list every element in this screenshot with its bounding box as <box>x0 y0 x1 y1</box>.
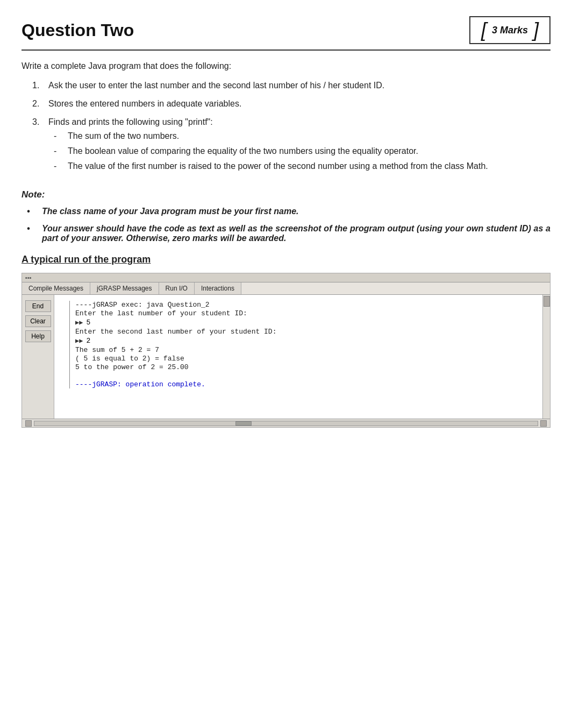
scroll-left-btn[interactable] <box>25 420 32 427</box>
tab-interactions[interactable]: Interactions <box>195 282 241 294</box>
item2-text: Stores the entered numbers in adequate v… <box>48 99 241 109</box>
ide-content: End Clear Help ----jGRASP exec: java Que… <box>22 295 550 419</box>
dash-3: - <box>54 161 65 171</box>
ide-tab-bar[interactable]: Compile Messages jGRASP Messages Run I/O… <box>22 282 550 295</box>
scroll-right-btn[interactable] <box>540 420 547 427</box>
main-list: 1. Ask the user to enter the last number… <box>22 81 550 176</box>
page-header: Question Two 3 Marks <box>22 16 550 51</box>
item2-num: 2. <box>32 99 48 109</box>
sub-list: - The sum of the two numbers. - The bool… <box>48 131 488 171</box>
sub-item3-text: The value of the first number is raised … <box>68 161 488 171</box>
note-list: • The class name of your Java program mu… <box>22 207 550 243</box>
list-item-2: 2. Stores the entered numbers in adequat… <box>32 99 550 109</box>
prompt-row-2: ▶▶ 2 <box>75 337 535 345</box>
help-button[interactable]: Help <box>25 330 51 342</box>
ide-hscroll[interactable] <box>34 421 538 426</box>
marks-label: 3 Marks <box>492 25 528 36</box>
sub-item-1: - The sum of the two numbers. <box>54 131 488 141</box>
note-item-2: • Your answer should have the code as te… <box>27 224 550 243</box>
prompt-arrow-2: ▶▶ <box>75 337 83 345</box>
sub-item-2: - The boolean value of comparing the equ… <box>54 146 488 156</box>
note-label: Note: <box>22 189 550 200</box>
ide-sidebar: End Clear Help <box>22 295 54 419</box>
tab-jgrasp-messages[interactable]: jGRASP Messages <box>90 282 159 294</box>
prompt-input-1: 5 <box>86 319 90 327</box>
list-item-1: 1. Ask the user to enter the last number… <box>32 81 550 90</box>
item1-text: Ask the user to enter the last number an… <box>48 81 384 90</box>
prompt-input-2: 2 <box>86 337 90 345</box>
output-line-4: The sum of 5 + 2 = 7 <box>75 346 535 354</box>
item3-content: Finds and prints the following using "pr… <box>48 117 488 176</box>
tab-compile-messages[interactable]: Compile Messages <box>22 282 90 294</box>
note-item2-text: Your answer should have the code as text… <box>42 224 550 243</box>
dash-1: - <box>54 131 65 141</box>
intro-text: Write a complete Java program that does … <box>22 61 550 71</box>
output-line-6: 5 to the power of 2 = 25.00 <box>75 363 535 371</box>
marks-badge: 3 Marks <box>469 16 550 44</box>
output-line-blank <box>75 372 535 380</box>
ide-titlebar-text: ▪▪▪ <box>25 274 32 281</box>
ide-titlebar: ▪▪▪ <box>22 273 550 282</box>
scrollbar-thumb[interactable] <box>544 296 550 307</box>
output-line-3: Enter the second last number of your stu… <box>75 328 535 336</box>
item3-num: 3. <box>32 117 48 176</box>
list-item-3: 3. Finds and prints the following using … <box>32 117 550 176</box>
tab-run-io[interactable]: Run I/O <box>159 282 195 294</box>
note-section: Note: • The class name of your Java prog… <box>22 189 550 243</box>
prompt-row-1: ▶▶ 5 <box>75 319 535 327</box>
dash-2: - <box>54 146 65 156</box>
ide-bottom-bar <box>22 419 550 427</box>
note-item1-text: The class name of your Java program must… <box>42 207 298 216</box>
note-item-1: • The class name of your Java program mu… <box>27 207 550 216</box>
hscroll-thumb[interactable] <box>235 421 252 426</box>
prompt-arrow-1: ▶▶ <box>75 319 83 327</box>
sub-item2-text: The boolean value of comparing the equal… <box>68 146 418 156</box>
sub-item-3: - The value of the first number is raise… <box>54 161 488 171</box>
bullet-2: • <box>27 224 38 243</box>
output-block: ----jGRASP exec: java Question_2 Enter t… <box>69 301 535 388</box>
ide-scrollbar-right[interactable] <box>542 295 550 419</box>
ide-window: ▪▪▪ Compile Messages jGRASP Messages Run… <box>22 273 550 428</box>
bullet-1: • <box>27 207 38 216</box>
output-line-complete: ----jGRASP: operation complete. <box>75 380 535 388</box>
question-title: Question Two <box>22 20 134 40</box>
item3-text: Finds and prints the following using "pr… <box>48 117 213 126</box>
typical-run-title: A typical run of the program <box>22 254 550 265</box>
ide-main-output: ----jGRASP exec: java Question_2 Enter t… <box>54 295 542 419</box>
output-line-5: ( 5 is equal to 2) = false <box>75 355 535 363</box>
output-line-1: ----jGRASP exec: java Question_2 <box>75 301 535 309</box>
item1-num: 1. <box>32 81 48 90</box>
end-button[interactable]: End <box>25 300 51 312</box>
clear-button[interactable]: Clear <box>25 315 51 327</box>
output-line-2: Enter the last number of your student ID… <box>75 309 535 317</box>
sub-item1-text: The sum of the two numbers. <box>68 131 179 141</box>
